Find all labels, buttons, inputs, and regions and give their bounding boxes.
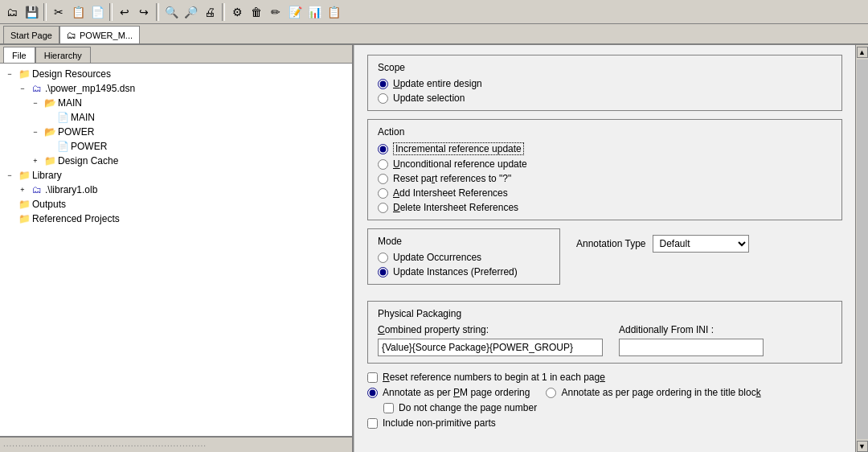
toolbar-icon-12[interactable]: 🗑	[248, 3, 265, 21]
radio-title-block-ordering[interactable]: Annotate as per page ordering in the tit…	[546, 387, 760, 398]
checkbox-do-not-change-page[interactable]: Do not change the page number	[383, 402, 842, 413]
toolbar-icon-8[interactable]: 🔍	[162, 3, 180, 21]
toolbar-sep-2	[109, 3, 113, 21]
scrollbar-thumb[interactable]	[857, 60, 868, 439]
action-radio-incremental[interactable]: Incremental reference update	[378, 142, 832, 155]
action-radio-add-intersheet-input[interactable]	[378, 188, 388, 199]
checkbox-reset-references[interactable]: Reset reference numbers to begin at 1 in…	[367, 372, 842, 383]
action-radio-delete-intersheet-input[interactable]	[378, 203, 388, 213]
mode-annotation-row: Mode Update Occurrences Update Instances…	[367, 228, 842, 293]
panel-tab-hierarchy[interactable]: Hierarchy	[35, 47, 91, 63]
tab-power-m-icon: 🗂	[67, 30, 76, 41]
annotation-type-section: Annotation Type Default Custom	[576, 228, 749, 253]
scope-label: Scope	[378, 62, 832, 73]
action-radio-delete-intersheet[interactable]: Delete Intersheet References	[378, 202, 832, 213]
toolbar-icon-16[interactable]: 📋	[325, 3, 342, 21]
checkbox-do-not-change-page-input[interactable]	[383, 403, 394, 413]
tree-item-main-folder[interactable]: − 📂 MAIN	[29, 96, 349, 110]
tree-label-power-folder: POWER	[58, 126, 94, 138]
tree-item-library1-olb[interactable]: + 🗂 .\library1.olb	[16, 183, 349, 197]
tree-label-referenced-projects: Referenced Projects	[32, 213, 120, 224]
tab-start-page-label: Start Page	[10, 31, 52, 40]
toolbar-icon-15[interactable]: 📊	[305, 3, 323, 21]
scope-radio-update-selection-input[interactable]	[378, 93, 388, 104]
mode-radio-instances[interactable]: Update Instances (Preferred)	[378, 266, 550, 277]
expand-icon-dsn[interactable]: −	[16, 82, 29, 95]
mode-radio-occurrences[interactable]: Update Occurrences	[378, 252, 550, 263]
action-radio-incremental-label: Incremental reference update	[393, 142, 524, 155]
power-icon-schematic: 📄	[56, 140, 69, 153]
annotation-type-select[interactable]: Default Custom	[653, 235, 749, 253]
expand-icon-power-folder[interactable]: −	[29, 125, 42, 138]
action-radio-add-intersheet[interactable]: Add Intersheet References	[378, 187, 832, 199]
expand-icon-design-cache[interactable]: +	[29, 154, 42, 167]
tree-label-dsn: .\power_mp1495.dsn	[45, 83, 135, 94]
tree-item-power-schematic[interactable]: 📄 POWER	[42, 139, 349, 154]
additionally-from-ini-label: Additionally From INI :	[619, 324, 764, 335]
radio-title-block-ordering-label: Annotate as per page ordering in the tit…	[561, 387, 760, 398]
toolbar-sep-4	[222, 3, 225, 21]
folder-icon-design-resources: 📁	[18, 68, 31, 80]
tree-label-library1-olb: .\library1.olb	[45, 184, 97, 195]
scrollbar-up[interactable]: ▲	[857, 47, 868, 58]
checkboxes-section: Reset reference numbers to begin at 1 in…	[367, 372, 842, 429]
scope-radio-entire-design-input[interactable]	[378, 79, 388, 89]
expand-icon-design-resources[interactable]: −	[3, 68, 16, 80]
action-radio-add-intersheet-label: Add Intersheet References	[393, 187, 508, 199]
tab-power-m[interactable]: 🗂 POWER_M...	[59, 26, 140, 43]
tree-item-design-cache[interactable]: + 📁 Design Cache	[29, 154, 349, 168]
action-radio-unconditional[interactable]: Unconditional reference update	[378, 158, 832, 170]
combined-property-input[interactable]	[378, 339, 603, 356]
additionally-from-ini-input[interactable]	[619, 339, 764, 356]
folder-icon-outputs: 📁	[18, 198, 31, 211]
toolbar-icon-10[interactable]: 🖨	[201, 3, 219, 21]
checkbox-reset-references-input[interactable]	[367, 372, 378, 383]
scope-radio-entire-design[interactable]: Update entire design	[378, 78, 832, 89]
tree-label-outputs: Outputs	[32, 199, 66, 210]
tree-item-design-resources[interactable]: − 📁 Design Resources	[3, 67, 349, 81]
checkbox-include-non-primitive[interactable]: Include non-primitive parts	[367, 417, 842, 429]
toolbar-icon-3[interactable]: ✂	[50, 3, 68, 21]
action-radio-reset-part[interactable]: Reset part references to "?"	[378, 173, 832, 184]
tree-item-power-folder[interactable]: − 📂 POWER	[29, 125, 349, 139]
tree-item-referenced-projects[interactable]: 📁 Referenced Projects	[3, 212, 349, 226]
radio-pm-page-ordering[interactable]: Annotate as per PM page ordering	[367, 387, 530, 398]
toolbar-icon-13[interactable]: ✏	[267, 3, 285, 21]
toolbar-icon-6[interactable]: ↩	[116, 3, 133, 21]
lib-icon-library1: 🗂	[31, 183, 43, 196]
toolbar-icon-2[interactable]: 💾	[23, 3, 40, 21]
action-radio-incremental-input[interactable]	[378, 144, 388, 154]
scrollbar-down[interactable]: ▼	[857, 441, 868, 452]
mode-section: Mode Update Occurrences Update Instances…	[367, 228, 560, 285]
tree-panel: − 📁 Design Resources − 🗂 .\power_mp1495.…	[0, 64, 352, 436]
action-radio-reset-part-input[interactable]	[378, 174, 388, 184]
toolbar-icon-11[interactable]: ⚙	[228, 3, 246, 21]
scope-radio-update-selection[interactable]: Update selection	[378, 92, 832, 104]
tab-start-page[interactable]: Start Page	[3, 26, 59, 43]
expand-icon-library1-olb[interactable]: +	[16, 183, 29, 196]
radio-pm-page-ordering-input[interactable]	[367, 388, 378, 398]
tree-item-dsn[interactable]: − 🗂 .\power_mp1495.dsn	[16, 81, 349, 96]
action-radio-unconditional-input[interactable]	[378, 159, 388, 170]
toolbar-icon-7[interactable]: ↪	[135, 3, 153, 21]
tree-item-outputs[interactable]: 📁 Outputs	[3, 197, 349, 212]
toolbar-icon-5[interactable]: 📄	[88, 3, 106, 21]
toolbar-icon-4[interactable]: 📋	[69, 3, 87, 21]
checkbox-include-non-primitive-input[interactable]	[367, 418, 378, 429]
radio-title-block-ordering-input[interactable]	[546, 388, 556, 398]
toolbar-icon-1[interactable]: 🗂	[3, 3, 21, 21]
checkbox-include-non-primitive-label: Include non-primitive parts	[383, 417, 496, 429]
mode-radio-instances-input[interactable]	[378, 267, 388, 277]
action-radio-reset-part-label: Reset part references to "?"	[393, 173, 511, 184]
tree-item-library[interactable]: − 📁 Library	[3, 168, 349, 183]
combined-property-col: Combined property string:	[378, 324, 603, 356]
panel-tab-file[interactable]: File	[3, 47, 35, 63]
toolbar-icon-9[interactable]: 🔎	[182, 3, 199, 21]
toolbar-icon-14[interactable]: 📝	[286, 3, 304, 21]
expand-icon-library[interactable]: −	[3, 169, 16, 182]
tree-item-main-schematic[interactable]: 📄 MAIN	[42, 110, 349, 125]
action-radio-delete-intersheet-label: Delete Intersheet References	[393, 202, 518, 213]
scrollbar[interactable]: ▲ ▼	[855, 45, 868, 452]
mode-radio-occurrences-input[interactable]	[378, 253, 388, 263]
expand-icon-main-folder[interactable]: −	[29, 97, 42, 109]
